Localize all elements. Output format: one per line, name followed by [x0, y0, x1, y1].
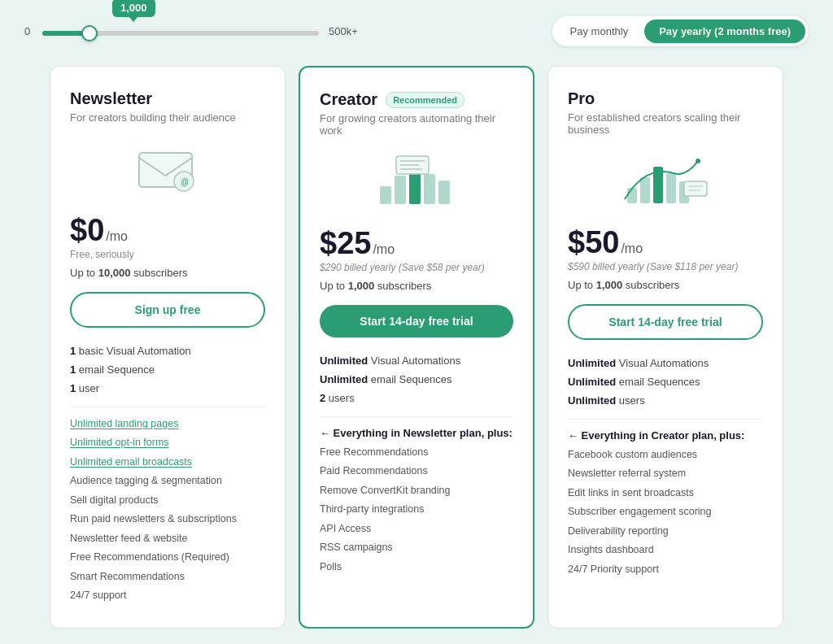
- divider-creator: [320, 416, 513, 417]
- list-item: Polls: [320, 560, 513, 575]
- list-item: Subscriber engagement scoring: [568, 505, 763, 520]
- plans-container: Newsletter For creators building their a…: [16, 66, 817, 629]
- subscribers-bold-pro: 1,000: [596, 279, 623, 291]
- price-mo-creator: /mo: [373, 242, 395, 257]
- price-yearly-note-pro: $590 billed yearly (Save $118 per year): [568, 261, 763, 274]
- feature-automation-pro: Unlimited Visual Automations: [568, 356, 763, 371]
- subscriber-slider-section: 1,000 0 500k+: [24, 24, 552, 39]
- list-item: Unlimited email broadcasts: [70, 455, 265, 470]
- list-item: Insights dashboard: [568, 543, 763, 558]
- plan-price-newsletter: $0 /mo: [70, 215, 265, 246]
- svg-rect-6: [424, 174, 435, 204]
- features-bold-newsletter: 1 basic Visual Automation 1 email Sequen…: [70, 344, 265, 397]
- price-mo-pro: /mo: [621, 242, 643, 256]
- svg-text:@: @: [181, 177, 189, 186]
- unlimited-optin-forms-link[interactable]: Unlimited opt-in forms: [70, 437, 169, 448]
- list-item: RSS campaigns: [320, 541, 513, 555]
- list-item: Edit links in sent broadcasts: [568, 486, 763, 501]
- svg-rect-3: [380, 186, 391, 204]
- price-value-creator: $25: [320, 228, 371, 259]
- illustration-creator: [320, 150, 513, 215]
- subscriber-slider[interactable]: [42, 31, 319, 36]
- list-item: Free Recommendations: [320, 446, 513, 460]
- features-bold-creator: Unlimited Visual Automations Unlimited e…: [320, 354, 513, 407]
- subscribers-bold-creator: 1,000: [348, 280, 375, 292]
- price-value-newsletter: $0: [70, 215, 104, 246]
- plan-name-pro: Pro: [568, 89, 595, 108]
- pay-monthly-button[interactable]: Pay monthly: [556, 20, 643, 43]
- features-bold-pro: Unlimited Visual Automations Unlimited e…: [568, 356, 763, 409]
- feature-users-newsletter: 1 user: [70, 381, 265, 396]
- cta-button-creator[interactable]: Start 14-day free trial: [320, 305, 513, 337]
- plan-price-pro: $50 /mo: [568, 227, 763, 258]
- cta-button-newsletter[interactable]: Sign up free: [70, 292, 265, 328]
- plan-header-creator: Creator Recommended: [320, 90, 513, 109]
- features-list-creator: Free Recommendations Paid Recommendation…: [320, 446, 513, 575]
- subscribers-note-pro: Up to 1,000 subscribers: [568, 279, 763, 291]
- features-creator: Unlimited Visual Automations Unlimited e…: [320, 354, 513, 607]
- list-item: Smart Recommendations: [70, 570, 265, 585]
- divider-pro: [568, 419, 763, 420]
- list-item: Audience tagging & segmentation: [70, 474, 265, 489]
- plan-card-newsletter: Newsletter For creators building their a…: [50, 66, 286, 629]
- list-item: Unlimited opt-in forms: [70, 436, 265, 450]
- list-item: Newsletter referral system: [568, 467, 763, 481]
- list-item: Sell digital products: [70, 494, 265, 508]
- unlimited-landing-pages-link[interactable]: Unlimited landing pages: [70, 418, 178, 429]
- list-item: Facebook custom audiences: [568, 448, 763, 463]
- plan-header-newsletter: Newsletter: [70, 89, 265, 108]
- list-item: API Access: [320, 522, 513, 537]
- svg-rect-7: [438, 181, 450, 204]
- feature-users-pro: Unlimited users: [568, 394, 763, 408]
- slider-tooltip: 1,000: [112, 0, 155, 17]
- pay-yearly-button[interactable]: Pay yearly (2 months free): [644, 20, 805, 43]
- feature-sequence-newsletter: 1 email Sequence: [70, 363, 265, 377]
- slider-label-min: 0: [24, 25, 33, 37]
- subscribers-note-creator: Up to 1,000 subscribers: [320, 280, 513, 292]
- price-free-note-newsletter: Free, seriously: [70, 249, 265, 262]
- plan-name-creator: Creator: [320, 90, 377, 109]
- svg-rect-4: [395, 176, 406, 204]
- list-item: Unlimited landing pages: [70, 417, 265, 432]
- features-pro: Unlimited Visual Automations Unlimited e…: [568, 356, 763, 608]
- features-newsletter: 1 basic Visual Automation 1 email Sequen…: [70, 344, 265, 608]
- plan-header-pro: Pro: [568, 89, 763, 108]
- divider-newsletter: [70, 407, 265, 407]
- list-item: Run paid newsletters & subscriptions: [70, 512, 265, 527]
- subscribers-bold-newsletter: 10,000: [98, 267, 131, 279]
- plan-name-newsletter: Newsletter: [70, 89, 152, 108]
- billing-toggle: Pay monthly Pay yearly (2 months free): [552, 16, 809, 46]
- price-mo-newsletter: /mo: [106, 229, 128, 244]
- everything-label-pro: ← Everything in Creator plan, plus:: [568, 429, 763, 442]
- illustration-pro: [568, 149, 763, 214]
- svg-rect-13: [640, 177, 650, 203]
- list-item: 24/7 Priority support: [568, 563, 763, 577]
- plan-subtitle-creator: For growing creators automating their wo…: [320, 112, 513, 137]
- unlimited-broadcasts-link[interactable]: Unlimited email broadcasts: [70, 456, 192, 468]
- feature-users-creator: 2 users: [320, 391, 513, 406]
- features-list-pro: Facebook custom audiences Newsletter ref…: [568, 448, 763, 577]
- top-bar: 1,000 0 500k+ Pay monthly Pay yearly (2 …: [16, 16, 817, 46]
- feature-sequence-pro: Unlimited email Sequences: [568, 375, 763, 389]
- plan-subtitle-pro: For established creators scaling their b…: [568, 111, 763, 136]
- subscribers-note-newsletter: Up to 10,000 subscribers: [70, 267, 265, 279]
- svg-rect-12: [627, 188, 637, 203]
- features-list-newsletter: Unlimited landing pages Unlimited opt-in…: [70, 417, 265, 603]
- list-item: Deliverability reporting: [568, 524, 763, 539]
- plan-card-pro: Pro For established creators scaling the…: [547, 66, 783, 629]
- feature-sequence-creator: Unlimited email Sequences: [320, 372, 513, 387]
- feature-automation-creator: Unlimited Visual Automations: [320, 354, 513, 368]
- price-value-pro: $50: [568, 227, 619, 258]
- slider-wrapper: [42, 24, 319, 39]
- list-item: Third-party integrations: [320, 503, 513, 517]
- svg-point-17: [696, 159, 700, 163]
- list-item: Newsletter feed & website: [70, 532, 265, 546]
- everything-label-creator: ← Everything in Newsletter plan, plus:: [320, 427, 513, 439]
- slider-label-max: 500k+: [329, 25, 358, 37]
- cta-button-pro[interactable]: Start 14-day free trial: [568, 304, 763, 340]
- svg-rect-18: [684, 181, 707, 196]
- svg-rect-15: [666, 173, 676, 203]
- list-item: 24/7 support: [70, 589, 265, 603]
- plan-card-creator: Creator Recommended For growing creators…: [299, 66, 534, 629]
- plan-price-creator: $25 /mo: [320, 228, 513, 259]
